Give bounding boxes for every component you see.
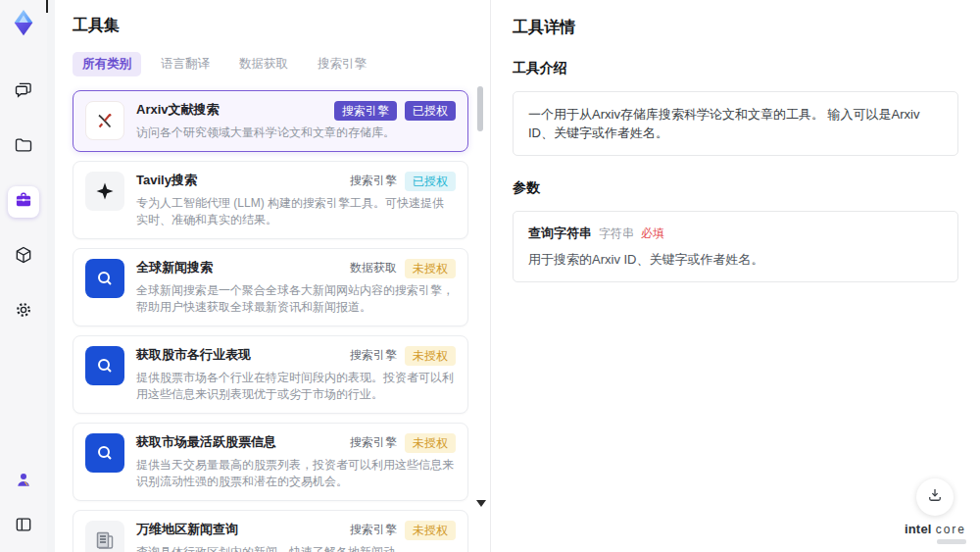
tool-title: 获取股市各行业表现 <box>136 346 251 364</box>
download-button[interactable] <box>916 478 954 516</box>
category-label: 数据获取 <box>350 259 397 276</box>
tool-card-global-news[interactable]: 全球新闻搜索 数据获取 未授权 全球新闻搜索是一个聚合全球各大新闻网站内容的搜索… <box>73 248 468 326</box>
tool-description: 提供股票市场各个行业在特定时间段内的表现。投资者可以利用这些信息来识别表现优于或… <box>136 370 456 403</box>
active-stocks-search-icon <box>85 433 124 473</box>
tool-card-tavily[interactable]: Tavily搜索 搜索引擎 已授权 专为人工智能代理 (LLM) 构建的搜索引擎… <box>73 161 468 239</box>
category-badge: 搜索引擎 <box>334 101 397 121</box>
parameter-card: 查询字符串 字符串 必填 用于搜索的Arxiv ID、关键字或作者姓名。 <box>513 211 958 282</box>
stock-sector-search-icon <box>85 346 124 385</box>
auth-status-badge: 未授权 <box>405 259 456 278</box>
arxiv-logo-icon <box>85 101 124 140</box>
app-window: 工具集 所有类别 语言翻译 数据获取 搜索引擎 <box>0 0 980 552</box>
sidebar-nav <box>8 76 39 327</box>
param-description: 用于搜索的Arxiv ID、关键字或作者姓名。 <box>528 251 943 269</box>
sidebar-item-settings[interactable] <box>8 296 39 327</box>
tool-description: 查询具体行政区划内的新闻，快速了解各地新闻动 <box>136 544 456 552</box>
tool-card-arxiv[interactable]: Arxiv文献搜索 搜索引擎 已授权 访问各个研究领域大量科学论文和文章的存储库… <box>73 90 468 152</box>
sidebar-item-collapse[interactable] <box>8 511 39 542</box>
param-type: 字符串 <box>599 226 634 242</box>
tool-detail-panel: 工具详情 工具介绍 一个用于从Arxiv存储库搜索科学论文和文章的工具。 输入可… <box>490 0 980 552</box>
tavily-star-icon <box>85 172 124 211</box>
user-avatar-icon <box>14 470 33 493</box>
intel-core-logo: intel core <box>905 522 966 544</box>
scrollbar-thumb[interactable] <box>477 86 483 131</box>
intel-sub-badge <box>937 539 966 544</box>
tool-title: 全球新闻搜索 <box>136 259 213 276</box>
category-label: 搜索引擎 <box>350 172 397 189</box>
briefcase-icon <box>14 190 33 214</box>
sidebar-bottom <box>8 466 39 542</box>
edge-notch <box>46 0 48 13</box>
tool-title: Arxiv文献搜索 <box>136 101 220 119</box>
tool-title: 万维地区新闻查询 <box>136 521 238 538</box>
regional-news-icon <box>85 521 124 552</box>
folder-icon <box>14 135 33 159</box>
params-heading: 参数 <box>513 179 958 197</box>
tool-card-active-stocks[interactable]: 获取市场最活跃股票信息 搜索引擎 未授权 提供当天交易量最高的股票列表，投资者可… <box>73 423 468 501</box>
cube-icon <box>14 245 33 269</box>
detail-panel-title: 工具详情 <box>513 18 958 38</box>
icon-sidebar <box>0 0 47 552</box>
sidebar-item-packages[interactable] <box>8 241 39 273</box>
tab-search-engine[interactable]: 搜索引擎 <box>308 52 376 76</box>
tool-intro-text: 一个用于从Arxiv存储库搜索科学论文和文章的工具。 输入可以是Arxiv ID… <box>513 91 958 156</box>
intel-brand-text: intel <box>905 522 932 536</box>
sidebar-item-files[interactable] <box>8 131 39 163</box>
corner-widgets: intel core <box>905 478 966 544</box>
tool-card-stock-sectors[interactable]: 获取股市各行业表现 搜索引擎 未授权 提供股票市场各个行业在特定时间段内的表现。… <box>73 335 468 414</box>
category-label: 搜索引擎 <box>350 433 397 451</box>
intro-heading: 工具介绍 <box>513 60 958 77</box>
chat-icon <box>14 80 33 104</box>
main-area: 工具集 所有类别 语言翻译 数据获取 搜索引擎 <box>55 0 980 552</box>
gear-icon <box>14 300 33 324</box>
sidebar-item-chat[interactable] <box>8 76 39 108</box>
category-label: 搜索引擎 <box>350 346 397 364</box>
app-logo-gem-icon[interactable] <box>9 8 38 37</box>
global-news-search-icon <box>85 259 124 298</box>
tool-description: 全球新闻搜索是一个聚合全球各大新闻网站内容的搜索引擎，帮助用户快速获取全球最新资… <box>136 282 456 316</box>
auth-status-badge: 未授权 <box>405 346 456 366</box>
tab-language-translation[interactable]: 语言翻译 <box>151 52 220 76</box>
param-required-label: 必填 <box>641 226 664 242</box>
download-icon <box>926 486 944 508</box>
sidebar-item-account[interactable] <box>8 466 39 497</box>
tool-description: 专为人工智能代理 (LLM) 构建的搜索引擎工具。可快速提供实时、准确和真实的结… <box>136 195 456 228</box>
auth-status-badge: 已授权 <box>405 101 456 121</box>
scroll-down-arrow-icon[interactable] <box>476 500 486 507</box>
tool-description: 访问各个研究领域大量科学论文和文章的存储库。 <box>136 125 456 141</box>
tools-list-panel: 工具集 所有类别 语言翻译 数据获取 搜索引擎 <box>55 0 490 552</box>
list-scrollbar[interactable] <box>476 86 484 546</box>
auth-status-badge: 未授权 <box>405 521 456 540</box>
category-label: 搜索引擎 <box>350 521 397 538</box>
panel-layout-icon <box>14 515 33 538</box>
auth-status-badge: 已授权 <box>405 172 456 191</box>
tool-title: Tavily搜索 <box>136 172 197 189</box>
tab-all-categories[interactable]: 所有类别 <box>73 52 141 76</box>
category-tabs: 所有类别 语言翻译 数据获取 搜索引擎 <box>73 52 468 76</box>
tool-description: 提供当天交易量最高的股票列表，投资者可以利用这些信息来识别流动性强的股票和潜在的… <box>136 457 456 490</box>
tool-title: 获取市场最活跃股票信息 <box>136 433 276 451</box>
page-title: 工具集 <box>73 16 468 36</box>
tab-data-fetching[interactable]: 数据获取 <box>229 52 298 76</box>
tool-card-list: Arxiv文献搜索 搜索引擎 已授权 访问各个研究领域大量科学论文和文章的存储库… <box>73 90 468 552</box>
core-brand-text: core <box>936 523 966 536</box>
param-name: 查询字符串 <box>528 225 592 242</box>
tool-card-regional-news[interactable]: 万维地区新闻查询 搜索引擎 未授权 查询具体行政区划内的新闻，快速了解各地新闻动 <box>73 510 468 552</box>
sidebar-item-tools[interactable] <box>8 186 39 218</box>
auth-status-badge: 未授权 <box>405 433 456 453</box>
